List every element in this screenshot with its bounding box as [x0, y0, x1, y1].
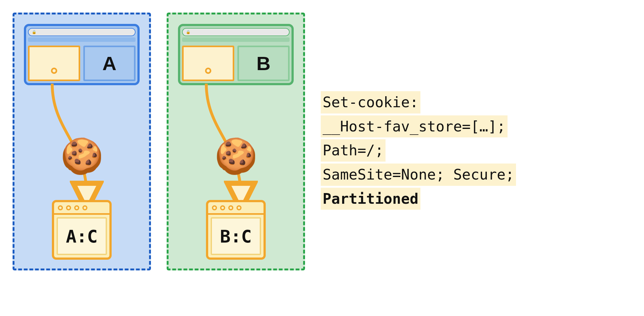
top-level-site-label: A: [83, 46, 136, 81]
connector-anchor-icon: [51, 68, 57, 74]
browser-window-b: 🔒 B: [178, 24, 294, 85]
tab-strip: [28, 37, 136, 42]
partition-b: 🔒 B 🍪: [167, 13, 305, 270]
embedded-frame: [182, 46, 234, 81]
partition-a: 🔒 A 🍪: [13, 13, 151, 270]
cookie-icon: 🍪: [60, 139, 103, 173]
top-level-site-label: B: [237, 46, 290, 81]
code-line-4: SameSite=None; Secure;: [321, 164, 516, 186]
viewport: A: [26, 44, 137, 83]
jar-dot-icon: [82, 205, 87, 210]
jar-header: [208, 202, 264, 215]
jar-dot-icon: [228, 205, 233, 210]
jar-dot-icon: [58, 205, 63, 210]
code-line-5-partitioned: Partitioned: [321, 188, 420, 210]
browser-window-a: 🔒 A: [24, 24, 140, 85]
cookie-icon: 🍪: [214, 139, 258, 173]
connector-anchor-icon: [205, 68, 211, 74]
code-line-1: Set-cookie:: [321, 91, 420, 114]
viewport: B: [180, 44, 291, 83]
jar-dot-icon: [212, 205, 217, 210]
url-bar: 🔒: [28, 28, 136, 36]
set-cookie-header-code: Set-cookie: __Host-fav_store=[…]; Path=/…: [321, 13, 516, 212]
cookie-jar-a: A:C: [52, 200, 112, 260]
code-line-3: Path=/;: [321, 139, 386, 162]
jar-dot-icon: [74, 205, 79, 210]
jar-dot-icon: [220, 205, 225, 210]
url-bar: 🔒: [182, 28, 290, 36]
jar-dot-icon: [66, 205, 71, 210]
lock-icon: 🔒: [32, 30, 36, 34]
lock-icon: 🔒: [186, 30, 191, 34]
code-line-2: __Host-fav_store=[…];: [321, 115, 508, 138]
jar-label: B:C: [211, 217, 261, 255]
embedded-frame: [28, 46, 80, 81]
jar-header: [54, 202, 109, 215]
jar-dot-icon: [236, 205, 242, 210]
cookie-jar-b: B:C: [206, 200, 266, 260]
diagram-canvas: 🔒 A 🍪: [13, 13, 631, 270]
jar-label: A:C: [57, 217, 107, 255]
tab-strip: [182, 37, 290, 42]
